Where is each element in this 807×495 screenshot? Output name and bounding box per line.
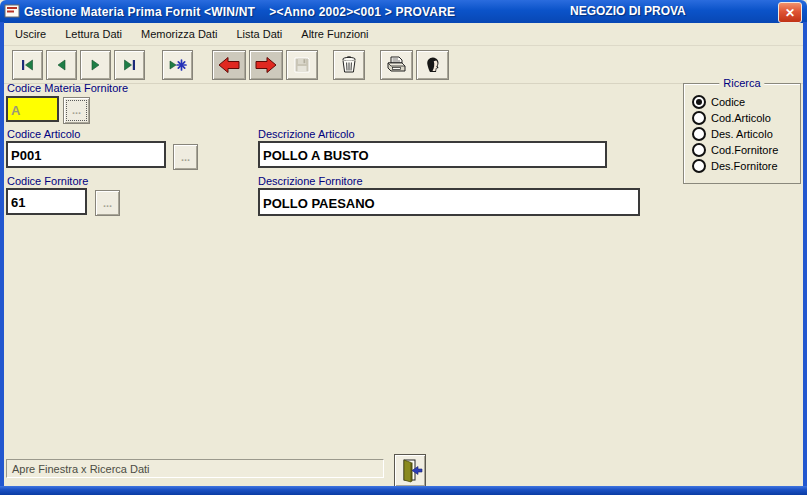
next-record-icon [87, 57, 104, 73]
browse-materia-button[interactable]: ... [63, 97, 90, 124]
save-button[interactable] [286, 50, 318, 80]
exit-button[interactable] [394, 454, 426, 487]
app-window: Gestione Materia Prima Fornit <WIN/NT ><… [0, 0, 807, 495]
last-record-icon [121, 57, 138, 73]
next-record-button[interactable] [80, 50, 111, 80]
codice-materia-fornitore-label: Codice Materia Fornitore [7, 82, 128, 94]
close-icon: ✕ [785, 6, 795, 20]
descrizione-fornitore-input[interactable] [258, 188, 640, 216]
save-floppy-icon [292, 55, 312, 75]
radio-cod-articolo[interactable]: Cod.Articolo [692, 110, 800, 126]
codice-fornitore-input[interactable] [6, 188, 87, 215]
menu-memorizza-dati[interactable]: Memorizza Dati [138, 26, 220, 42]
radio-button-icon [692, 127, 706, 141]
window-border-right [803, 22, 807, 487]
radio-des-articolo[interactable]: Des. Articolo [692, 126, 800, 142]
codice-articolo-input[interactable] [6, 141, 166, 168]
window-title: Gestione Materia Prima Fornit <WIN/NT ><… [24, 5, 455, 19]
descrizione-articolo-input[interactable] [258, 141, 607, 168]
menu-lista-dati[interactable]: Lista Dati [233, 26, 285, 42]
descrizione-articolo-label: Descrizione Articolo [258, 128, 355, 140]
previous-record-icon [53, 57, 70, 73]
person-icon [423, 55, 443, 75]
new-record-icon [168, 57, 188, 73]
user-button[interactable] [416, 50, 449, 80]
close-button[interactable]: ✕ [778, 2, 802, 23]
radio-des-fornitore[interactable]: Des.Fornitore [692, 158, 800, 174]
window-border-bottom [0, 486, 807, 495]
menubar: Uscire Lettura Dati Memorizza Dati Lista… [4, 23, 803, 46]
print-button[interactable] [380, 50, 413, 80]
radio-button-icon [692, 95, 706, 109]
radio-cod-fornitore[interactable]: Cod.Fornitore [692, 142, 800, 158]
menu-altre-funzioni[interactable]: Altre Funzioni [298, 26, 371, 42]
focus-rectangle [67, 101, 86, 120]
red-arrow-left-icon [217, 56, 241, 74]
codice-materia-fornitore-input[interactable] [6, 96, 59, 122]
browse-fornitore-label: ... [103, 197, 112, 209]
radio-button-icon [692, 159, 706, 173]
printer-icon [386, 55, 408, 75]
window-title-right: NEGOZIO DI PROVA [570, 4, 686, 18]
move-previous-button[interactable] [212, 50, 246, 80]
first-record-icon [19, 57, 36, 73]
menu-lettura-dati[interactable]: Lettura Dati [62, 26, 125, 42]
move-next-button[interactable] [249, 50, 283, 80]
browse-fornitore-button[interactable]: ... [95, 190, 120, 216]
radio-button-icon [692, 143, 706, 157]
browse-articolo-button[interactable]: ... [173, 144, 198, 170]
previous-record-button[interactable] [46, 50, 77, 80]
ricerca-title: Ricerca [719, 77, 764, 89]
radio-button-icon [692, 111, 706, 125]
codice-fornitore-label: Codice Fornitore [7, 175, 88, 187]
ricerca-groupbox: Ricerca Codice Cod.Articolo Des. Articol… [683, 83, 801, 184]
menu-uscire[interactable]: Uscire [12, 26, 49, 42]
trash-icon [339, 55, 359, 75]
descrizione-fornitore-label: Descrizione Fornitore [258, 175, 363, 187]
first-record-button[interactable] [12, 50, 43, 80]
radio-codice[interactable]: Codice [692, 94, 800, 110]
red-arrow-right-icon [254, 56, 278, 74]
codice-articolo-label: Codice Articolo [7, 128, 80, 140]
status-hint: Apre Finestra x Ricerca Dati [6, 459, 384, 478]
browse-articolo-label: ... [181, 151, 190, 163]
window-border-left [0, 22, 4, 487]
exit-door-icon [397, 457, 423, 484]
toolbar [4, 46, 803, 84]
titlebar: Gestione Materia Prima Fornit <WIN/NT ><… [0, 0, 807, 23]
new-record-button[interactable] [162, 50, 193, 80]
delete-button[interactable] [333, 50, 365, 80]
last-record-button[interactable] [114, 50, 145, 80]
form-window-icon [4, 4, 20, 19]
